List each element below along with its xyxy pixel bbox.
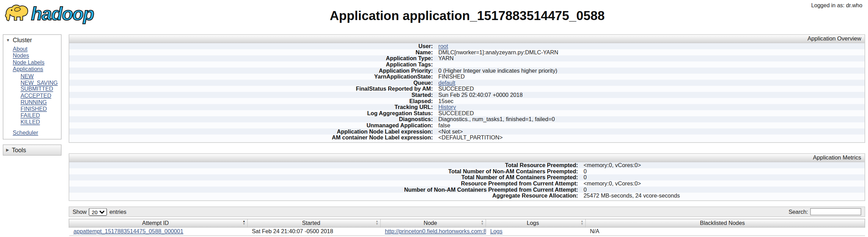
- sidebar-item-new[interactable]: NEW: [20, 73, 34, 79]
- info-value-cell: <DEFAULT_PARTITION>: [436, 135, 865, 141]
- list-item: Nodes: [13, 52, 61, 58]
- page: hadoop Logged in as: dr.who Application …: [0, 0, 868, 237]
- info-value: false: [439, 122, 450, 129]
- column-header-blacklisted-nodes[interactable]: Blacklisted Nodes: [585, 219, 865, 227]
- info-row: Started:Sun Feb 25 02:40:07 +0000 2018: [69, 92, 865, 98]
- sidebar-item-new-saving[interactable]: NEW_SAVING: [20, 80, 58, 86]
- info-row: Total Number of AM Containers Preempted:…: [69, 174, 865, 181]
- sidebar-item-about[interactable]: About: [13, 46, 28, 52]
- info-label: Unmanaged Application:: [69, 122, 436, 129]
- list-item: RUNNING: [20, 99, 61, 105]
- sidebar-item-killed[interactable]: KILLED: [20, 119, 40, 125]
- sidebar-item-scheduler[interactable]: Scheduler: [13, 129, 38, 136]
- column-label: Node: [424, 220, 437, 226]
- application-metrics-header: Application Metrics: [69, 154, 865, 162]
- table-controls: Show 20 entries Search:: [69, 207, 865, 217]
- application-metrics-table: Total Resource Preempted:<memory:0, vCor…: [69, 162, 865, 199]
- info-value-cell: 0: [581, 174, 865, 181]
- info-value-cell: SUCCEEDED: [436, 110, 865, 116]
- sidebar-item-failed[interactable]: FAILED: [20, 112, 40, 119]
- cell: http://princeton0.field.hortonworks.com:…: [380, 227, 486, 236]
- sidebar-item-accepted[interactable]: ACCEPTED: [20, 93, 51, 99]
- list-item: Node Labels: [13, 58, 61, 65]
- info-value: <memory:0, vCores:0>: [584, 162, 641, 168]
- table-row: appattempt_1517883514475_0588_000001Sat …: [69, 227, 865, 236]
- info-label: Total Resource Preempted:: [69, 162, 581, 168]
- info-label: Application Type:: [69, 55, 436, 62]
- info-value-cell: default: [436, 80, 865, 86]
- cluster-section-header[interactable]: ▼ Cluster: [3, 35, 61, 45]
- info-value-cell: 15sec: [436, 98, 865, 104]
- cell: Sat Feb 24 21:40:07 -0500 2018: [247, 227, 380, 236]
- entries-label: entries: [109, 209, 126, 215]
- sidebar-item-node-labels[interactable]: Node Labels: [13, 59, 45, 65]
- sidebar-item-running[interactable]: RUNNING: [20, 99, 47, 106]
- info-row: Total Resource Preempted:<memory:0, vCor…: [69, 162, 865, 168]
- info-value: <Not set>: [439, 128, 463, 135]
- info-label: FinalStatus Reported by AM:: [69, 86, 436, 92]
- cell: N/A: [585, 227, 865, 236]
- info-row: Application Type:YARN: [69, 55, 865, 62]
- attempt-id-link[interactable]: appattempt_1517883514475_0588_000001: [73, 228, 183, 234]
- info-value: Diagnostics., num_tasks1, finished=1, fa…: [439, 116, 555, 122]
- page-size-select[interactable]: 20: [89, 208, 107, 216]
- node-link[interactable]: http://princeton0.field.hortonworks.com:…: [385, 228, 486, 234]
- started-cell: Sat Feb 24 21:40:07 -0500 2018: [252, 228, 333, 234]
- list-item: FAILED: [20, 112, 61, 118]
- hadoop-elephant-icon: [5, 2, 30, 24]
- chevron-down-icon: ▼: [6, 38, 10, 42]
- hadoop-logo[interactable]: hadoop: [5, 2, 94, 24]
- info-row: Tracking URL:History: [69, 104, 865, 110]
- info-label: Total Number of Non-AM Containers Preemp…: [69, 168, 581, 174]
- info-value-cell: false: [436, 122, 865, 129]
- cell: appattempt_1517883514475_0588_000001: [69, 227, 247, 236]
- info-row: Queue:default: [69, 80, 865, 86]
- column-label: Started: [302, 220, 320, 226]
- info-row: Total Number of Non-AM Containers Preemp…: [69, 168, 865, 174]
- info-value-link[interactable]: default: [439, 80, 455, 86]
- search-input[interactable]: [810, 208, 861, 216]
- page-title: Application application_1517883514475_05…: [67, 0, 868, 23]
- sort-icon: ▲▼: [581, 220, 584, 225]
- info-row: Name:DMLC[nworker=1]:analyzeyarn.py:DMLC…: [69, 49, 865, 55]
- logs-link[interactable]: Logs: [490, 228, 502, 234]
- layout: ▼ Cluster AboutNodesNode LabelsApplicati…: [0, 31, 868, 237]
- show-label: Show: [73, 209, 87, 215]
- column-header-logs[interactable]: Logs▲▼: [486, 219, 585, 227]
- list-item: NEW: [20, 72, 61, 79]
- tools-section-header[interactable]: ▶ Tools: [3, 144, 62, 155]
- info-value-cell: 0: [581, 168, 865, 174]
- sidebar-item-finished[interactable]: FINISHED: [20, 106, 47, 112]
- sidebar-item-applications[interactable]: Applications: [13, 66, 43, 72]
- info-value: 15sec: [439, 98, 454, 104]
- info-value-link[interactable]: root: [439, 43, 448, 49]
- application-overview-section: Application Overview User:rootName:DMLC[…: [69, 34, 865, 143]
- info-value-cell: History: [436, 104, 865, 110]
- info-row: Number of Non-AM Containers Preempted fr…: [69, 186, 865, 193]
- info-value: DMLC[nworker=1]:analyzeyarn.py:DMLC-YARN: [439, 49, 558, 55]
- info-label: Elapsed:: [69, 98, 436, 104]
- info-value-link[interactable]: History: [439, 104, 456, 110]
- info-label: Resource Preempted from Current Attempt:: [69, 181, 581, 187]
- column-header-started[interactable]: Started▲▼: [247, 219, 380, 227]
- main-content: Application Overview User:rootName:DMLC[…: [69, 34, 865, 237]
- sidebar-item-nodes[interactable]: Nodes: [13, 53, 29, 59]
- info-value: FINISHED: [439, 74, 465, 80]
- column-label: Logs: [527, 220, 539, 226]
- info-value-cell: FINISHED: [436, 74, 865, 80]
- info-label: Number of Non-AM Containers Preempted fr…: [69, 186, 581, 193]
- column-header-attempt-id[interactable]: Attempt ID▲▼: [69, 219, 247, 227]
- list-item: Applications: [13, 65, 61, 72]
- attempts-table: Attempt ID▲▼Started▲▼Node▲▼Logs▲▼Blackli…: [69, 219, 865, 236]
- attempts-table-section: Show 20 entries Search: Att: [69, 207, 865, 237]
- info-row: Aggregate Resource Allocation:25472 MB-s…: [69, 193, 865, 199]
- info-value: SUCCEEDED: [439, 86, 474, 92]
- info-value: 0: [584, 186, 587, 193]
- application-metrics-section: Application Metrics Total Resource Preem…: [69, 153, 865, 201]
- hadoop-wordmark: hadoop: [31, 4, 94, 24]
- sidebar-item-submitted[interactable]: SUBMITTED: [20, 86, 53, 92]
- info-value: <DEFAULT_PARTITION>: [439, 135, 503, 141]
- cluster-nav-box: ▼ Cluster AboutNodesNode LabelsApplicati…: [3, 34, 62, 139]
- info-label: Application Tags:: [69, 62, 436, 68]
- column-header-node[interactable]: Node▲▼: [380, 219, 486, 227]
